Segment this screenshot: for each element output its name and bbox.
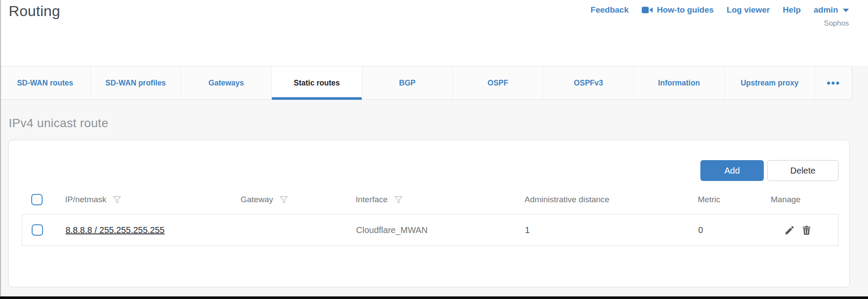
help-link[interactable]: Help — [783, 5, 801, 15]
col-ip-netmask: IP/netmask — [65, 195, 106, 204]
chevron-down-icon — [843, 9, 849, 12]
page-title: Routing — [9, 3, 60, 20]
col-interface: Interface — [356, 195, 388, 204]
col-metric: Metric — [698, 195, 720, 204]
table-header: IP/netmask Gateway Interface Administrat… — [22, 190, 838, 210]
col-gateway: Gateway — [241, 195, 273, 204]
col-manage: Manage — [771, 195, 801, 204]
howto-guides-label: How-to guides — [657, 5, 714, 15]
ipv4-unicast-route-panel: Add Delete IP/netmask Gateway Interfac — [8, 140, 850, 287]
route-ip-netmask-link[interactable]: 8.8.8.8 / 255.255.255.255 — [66, 225, 165, 235]
window-left-edge — [0, 0, 1, 299]
tab-overflow-more[interactable]: ••• — [815, 66, 852, 99]
org-name: Sophos — [824, 19, 849, 28]
filter-icon[interactable] — [112, 195, 122, 205]
tab-ospf[interactable]: OSPF — [453, 66, 544, 99]
toolbar: Add Delete — [22, 160, 838, 181]
tabstrip-row: SD-WAN routes SD-WAN profiles Gateways S… — [0, 66, 868, 100]
window-bottom-edge — [0, 296, 868, 299]
tab-ospfv3[interactable]: OSPFv3 — [543, 66, 634, 99]
select-all-checkbox[interactable] — [31, 194, 43, 205]
edit-pencil-icon[interactable] — [784, 225, 795, 236]
tab-sdwan-profiles[interactable]: SD-WAN profiles — [91, 66, 182, 99]
page-header: Routing Feedback How-to guides Log viewe… — [0, 0, 868, 66]
feedback-label: Feedback — [591, 5, 629, 15]
feedback-link[interactable]: Feedback — [591, 5, 629, 15]
user-menu-label: admin — [814, 5, 838, 15]
help-label: Help — [783, 5, 801, 15]
content-area: IPv4 unicast route Add Delete IP/netmask… — [0, 100, 868, 296]
add-button[interactable]: Add — [700, 160, 764, 181]
tab-sdwan-routes[interactable]: SD-WAN routes — [0, 66, 91, 99]
top-nav: Feedback How-to guides Log viewer Help a… — [591, 5, 849, 15]
user-menu[interactable]: admin — [814, 5, 849, 15]
tabstrip: SD-WAN routes SD-WAN profiles Gateways S… — [0, 66, 852, 100]
tab-gateways[interactable]: Gateways — [181, 66, 272, 99]
col-administrative-distance: Administrative distance — [525, 195, 609, 204]
log-viewer-label: Log viewer — [727, 5, 770, 15]
delete-trash-icon[interactable] — [801, 225, 812, 236]
route-metric: 0 — [698, 225, 771, 235]
tab-bgp[interactable]: BGP — [362, 66, 453, 99]
filter-icon[interactable] — [393, 195, 403, 205]
video-camera-icon — [642, 6, 653, 14]
log-viewer-link[interactable]: Log viewer — [727, 5, 770, 15]
ellipsis-icon: ••• — [827, 77, 840, 89]
howto-guides-link[interactable]: How-to guides — [642, 5, 714, 15]
route-interface: Cloudflare_MWAN — [356, 225, 525, 235]
table-row: 8.8.8.8 / 255.255.255.255 Cloudflare_MWA… — [22, 214, 838, 246]
delete-button[interactable]: Delete — [767, 160, 838, 181]
tab-upstream-proxy[interactable]: Upstream proxy — [725, 66, 815, 99]
tab-static-routes[interactable]: Static routes — [272, 66, 363, 99]
filter-icon[interactable] — [279, 195, 289, 205]
section-heading: IPv4 unicast route — [9, 116, 109, 130]
tab-information[interactable]: Information — [634, 66, 725, 99]
row-checkbox[interactable] — [32, 224, 43, 236]
route-admin-distance: 1 — [525, 225, 698, 235]
